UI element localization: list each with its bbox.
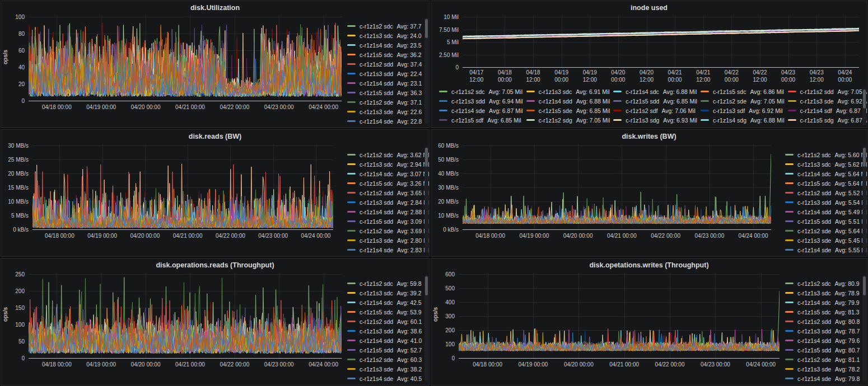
legend-item[interactable]: c-r1z1s2 sdeAvg: 81.1 <box>785 355 861 364</box>
legend-item[interactable]: c-r1z1s4 sdcAvg: 5.64 MB/s <box>785 169 861 178</box>
legend-item[interactable]: c-r1z1s2 sdeAvg: 60.3 <box>347 355 423 364</box>
legend-item[interactable]: c-r1z1s5 sdeAvg: 3.17 MB/s <box>347 255 423 256</box>
scrollbar-thumb[interactable] <box>863 90 866 109</box>
legend-item[interactable]: c-r1z1s3 sdcAvg: 39.2 <box>347 288 423 298</box>
legend-item[interactable]: c-r1z1s5 sdeAvg: 5.58 MB/s <box>785 255 861 256</box>
legend-item[interactable]: c-r1z1s3 sdeAvg: 2.80 MB/s <box>347 236 423 245</box>
panel-title[interactable]: disk.Utilization <box>1 1 429 15</box>
legend-item[interactable]: c-r1z1s3 sddAvg: 6.94 Mil <box>439 96 523 106</box>
legend-item[interactable]: c-r1z1s4 sdhAvg: 6.88 Mil <box>613 125 697 128</box>
legend-item[interactable]: c-r1z1s3 sdeAvg: 78.2 <box>785 364 861 374</box>
legend-item[interactable]: c-r1z1s4 sddAvg: 79.6 <box>785 336 861 345</box>
legend-item[interactable]: c-r1z1s2 sdiAvg: 7.05 Mil <box>788 125 867 128</box>
legend-item[interactable]: c-r1z1s5 sdcAvg: 5.64 MB/s <box>785 178 861 188</box>
legend-item[interactable]: c-r1z1s5 sddAvg: 6.85 Mil <box>613 96 697 106</box>
panel-title[interactable]: inode used <box>431 1 867 15</box>
legend-item[interactable]: c-r1z1s2 sdcAvg: 3.62 MB/s <box>347 150 423 159</box>
legend-item[interactable]: c-r1z1s2 sddAvg: 37.4 <box>347 59 423 69</box>
legend-item[interactable]: c-r1z1s4 sdeAvg: 5.55 MB/s <box>785 245 861 255</box>
legend-item[interactable]: c-r1z1s3 sdcAvg: 5.62 MB/s <box>785 159 861 169</box>
legend-item[interactable]: c-r1z1s3 sddAvg: 2.84 MB/s <box>347 197 423 207</box>
legend-item[interactable]: c-r1z1s2 sdeAvg: 5.64 MB/s <box>785 226 861 236</box>
legend-item[interactable]: c-r1z1s5 sddAvg: 36.3 <box>347 88 423 97</box>
time-series-plot[interactable] <box>32 143 342 230</box>
legend-item[interactable]: c-r1z1s4 sdeAvg: 6.87 Mil <box>439 106 523 115</box>
legend-scrollbar[interactable] <box>424 147 428 253</box>
legend-item[interactable]: c-r1z1s5 sdcAvg: 53.9 <box>347 307 423 317</box>
legend-item[interactable]: c-r1z1s5 sddAvg: 52.7 <box>347 345 423 355</box>
legend-item[interactable]: c-r1z1s2 sdcAvg: 37.7 <box>347 21 423 31</box>
scrollbar-thumb[interactable] <box>863 148 866 167</box>
time-series-plot[interactable] <box>29 272 342 359</box>
legend-item[interactable]: c-r1z1s3 sdeAvg: 6.92 Mil <box>788 96 867 106</box>
legend-item[interactable]: c-r1z1s5 sdfAvg: 6.85 Mil <box>439 115 523 125</box>
legend-item[interactable]: c-r1z1s2 sddAvg: 60.1 <box>347 317 423 326</box>
legend-item[interactable]: c-r1z1s4 sdgAvg: 6.88 Mil <box>701 115 785 125</box>
legend-scrollbar[interactable] <box>424 275 428 382</box>
legend-item[interactable]: c-r1z1s5 sddAvg: 5.51 MB/s <box>785 216 861 226</box>
scrollbar-thumb[interactable] <box>863 276 866 295</box>
panel-title[interactable]: disk.operations.reads (Throughput) <box>1 258 429 272</box>
legend-item[interactable]: c-r1z1s4 sdeAvg: 40.5 <box>347 374 423 383</box>
legend-item[interactable]: c-r1z1s3 sdcAvg: 24.0 <box>347 31 423 40</box>
legend-item[interactable]: c-r1z1s3 sdfAvg: 6.92 Mil <box>701 106 785 115</box>
scrollbar-thumb[interactable] <box>425 276 428 295</box>
legend-item[interactable]: c-r1z1s2 sddAvg: 3.65 MB/s <box>347 188 423 197</box>
legend-item[interactable]: c-r1z1s3 sdhAvg: 6.92 Mil <box>526 125 610 128</box>
legend-item[interactable]: c-r1z1s5 sdcAvg: 3.26 MB/s <box>347 178 423 188</box>
legend-item[interactable]: c-r1z1s3 sdgAvg: 6.93 Mil <box>613 115 697 125</box>
legend-item[interactable]: c-r1z1s2 sdhAvg: 7.05 Mil <box>439 125 523 128</box>
legend-item[interactable]: c-r1z1s2 sdeAvg: 3.69 MB/s <box>347 226 423 236</box>
scrollbar-thumb[interactable] <box>425 19 428 38</box>
legend-item[interactable]: c-r1z1s5 sdhAvg: 6.85 Mil <box>701 125 785 128</box>
legend-item[interactable]: c-r1z1s4 sdcAvg: 23.5 <box>347 40 423 50</box>
legend-item[interactable]: c-r1z1s2 sdcAvg: 5.60 MB/s <box>785 150 861 159</box>
legend-item[interactable]: c-r1z1s2 sddAvg: 5.52 MB/s <box>785 188 861 197</box>
legend-item[interactable]: c-r1z1s4 sdcAvg: 42.5 <box>347 298 423 307</box>
legend-item[interactable]: c-r1z1s2 sdeAvg: 37.1 <box>347 97 423 107</box>
legend-item[interactable]: c-r1z1s3 sddAvg: 5.54 MB/s <box>785 197 861 207</box>
time-series-plot[interactable] <box>29 15 342 102</box>
legend-item[interactable]: c-r1z1s3 sdeAvg: 22.6 <box>347 107 423 116</box>
legend-scrollbar[interactable] <box>424 18 428 124</box>
time-series-plot[interactable] <box>459 272 780 359</box>
legend-item[interactable]: c-r1z1s4 sdfAvg: 6.87 Mil <box>788 106 867 115</box>
legend-item[interactable]: c-r1z1s5 sdeAvg: 81.0 <box>785 383 861 385</box>
legend-item[interactable]: c-r1z1s2 sdgAvg: 7.05 Mil <box>526 115 610 125</box>
legend-item[interactable]: c-r1z1s4 sddAvg: 23.1 <box>347 78 423 88</box>
legend-item[interactable]: c-r1z1s2 sdeAvg: 7.05 Mil <box>701 96 785 106</box>
legend-item[interactable]: c-r1z1s3 sddAvg: 22.4 <box>347 69 423 78</box>
legend-item[interactable]: c-r1z1s4 sddAvg: 5.49 MB/s <box>785 207 861 216</box>
legend-item[interactable]: c-r1z1s4 sddAvg: 6.88 Mil <box>526 96 610 106</box>
legend-item[interactable]: c-r1z1s4 sddAvg: 41.0 <box>347 336 423 345</box>
legend-item[interactable]: c-r1z1s5 sdeAvg: 36.2 <box>347 126 423 128</box>
legend-item[interactable]: c-r1z1s4 sddAvg: 2.88 MB/s <box>347 207 423 216</box>
legend-item[interactable]: c-r1z1s4 sdeAvg: 2.83 MB/s <box>347 245 423 255</box>
legend-item[interactable]: c-r1z1s5 sddAvg: 80.7 <box>785 345 861 355</box>
panel-title[interactable]: disk.opetations.writes (Throughput) <box>431 258 867 272</box>
legend-item[interactable]: c-r1z1s5 sdeAvg: 6.85 Mil <box>526 106 610 115</box>
legend-item[interactable]: c-r1z1s5 sdgAvg: 6.87 Mil <box>788 115 867 125</box>
legend-item[interactable]: c-r1z1s2 sddAvg: 80.8 <box>785 317 861 326</box>
legend-item[interactable]: c-r1z1s3 sdcAvg: 2.94 MB/s <box>347 159 423 169</box>
panel-title[interactable]: disk.reads (BW) <box>1 130 429 143</box>
time-series-plot[interactable] <box>463 15 859 68</box>
legend-item[interactable]: c-r1z1s3 sddAvg: 78.7 <box>785 326 861 336</box>
legend-item[interactable]: c-r1z1s4 sdeAvg: 22.8 <box>347 116 423 126</box>
legend-item[interactable]: c-r1z1s5 sdcAvg: 36.2 <box>347 50 423 59</box>
legend-item[interactable]: c-r1z1s2 sdcAvg: 59.8 <box>347 279 423 288</box>
legend-scrollbar[interactable] <box>862 275 866 382</box>
legend-item[interactable]: c-r1z1s4 sdeAvg: 79.8 <box>785 374 861 383</box>
legend-item[interactable]: c-r1z1s4 sdcAvg: 6.88 Mil <box>613 87 697 96</box>
legend-scrollbar[interactable] <box>862 88 866 125</box>
legend-item[interactable]: c-r1z1s5 sdcAvg: 81.3 <box>785 307 861 317</box>
time-series-plot[interactable] <box>463 143 780 230</box>
legend-item[interactable]: c-r1z1s5 sdcAvg: 6.86 Mil <box>701 87 785 96</box>
legend-item[interactable]: c-r1z1s4 sdcAvg: 3.07 MB/s <box>347 169 423 178</box>
legend-item[interactable]: c-r1z1s3 sddAvg: 38.6 <box>347 326 423 336</box>
legend-item[interactable]: c-r1z1s3 sdcAvg: 6.91 Mil <box>526 87 610 96</box>
legend-item[interactable]: c-r1z1s3 sdeAvg: 38.2 <box>347 364 423 374</box>
scrollbar-thumb[interactable] <box>425 148 428 167</box>
legend-item[interactable]: c-r1z1s4 sdcAvg: 79.9 <box>785 298 861 307</box>
legend-item[interactable]: c-r1z1s5 sdeAvg: 53.4 <box>347 383 423 385</box>
